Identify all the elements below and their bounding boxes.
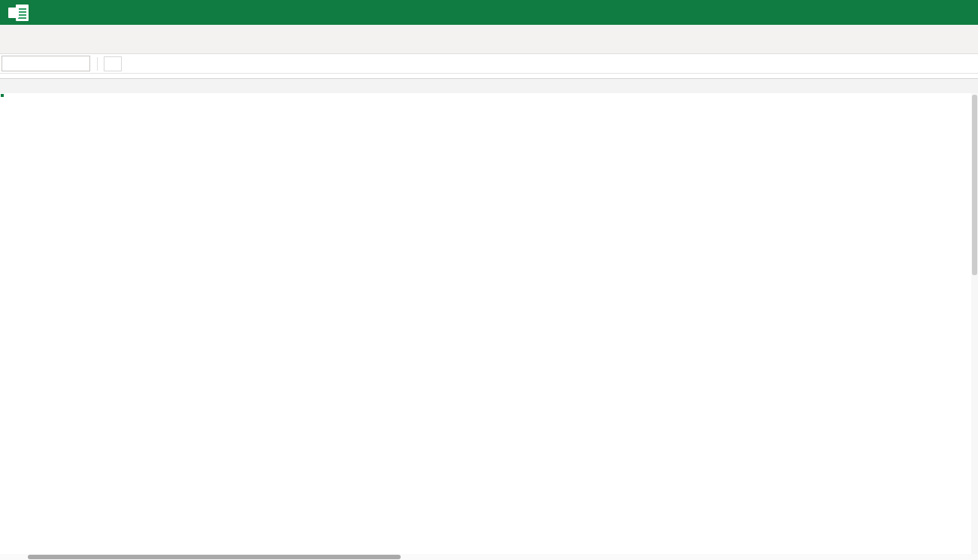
horizontal-scrollbar-thumb[interactable] — [28, 555, 401, 559]
titlebar — [0, 0, 978, 25]
logo-x-glyph — [8, 8, 19, 18]
selection-outline — [0, 93, 3, 96]
column-headers — [0, 78, 978, 93]
spreadsheet — [0, 78, 978, 560]
formula-bar-divider — [97, 57, 98, 71]
horizontal-scrollbar[interactable] — [0, 554, 978, 560]
fill-handle[interactable] — [0, 93, 5, 98]
vertical-scrollbar[interactable] — [971, 93, 978, 554]
name-box[interactable] — [2, 56, 90, 71]
formula-bar — [0, 54, 978, 74]
document-title-group — [517, 0, 535, 25]
excel-logo-icon — [8, 5, 29, 21]
fx-icon[interactable] — [104, 56, 122, 71]
vertical-scrollbar-thumb[interactable] — [972, 95, 977, 275]
menubar — [0, 25, 978, 54]
formula-input[interactable] — [122, 54, 978, 73]
